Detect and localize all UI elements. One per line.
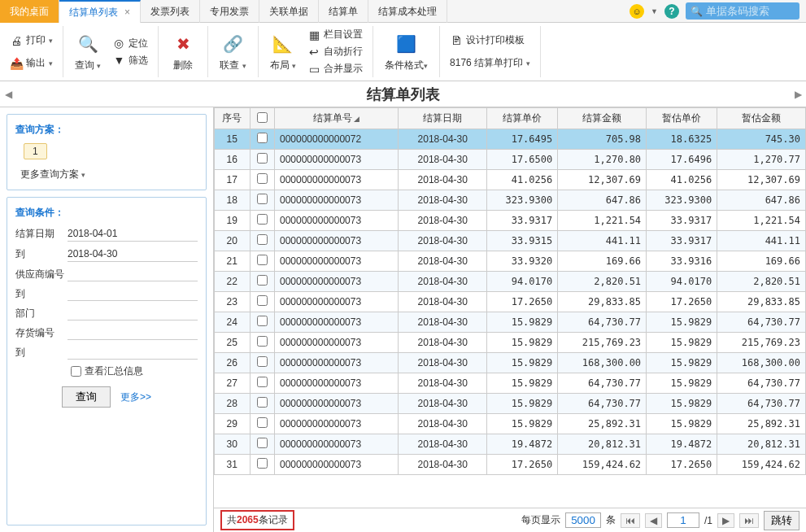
cell-checkbox[interactable] bbox=[250, 353, 274, 373]
row-checkbox[interactable] bbox=[257, 173, 268, 184]
row-checkbox[interactable] bbox=[257, 234, 268, 245]
table-row[interactable]: 290000000000000732018-04-3015.982925,892… bbox=[215, 414, 806, 434]
search-input[interactable] bbox=[706, 5, 795, 17]
table-row[interactable]: 250000000000000732018-04-3015.9829215,76… bbox=[215, 333, 806, 353]
page-input[interactable] bbox=[667, 512, 699, 528]
print-8176-button[interactable]: 8176 结算单打印▾ bbox=[447, 55, 534, 72]
row-checkbox[interactable] bbox=[257, 336, 268, 347]
row-checkbox[interactable] bbox=[257, 417, 268, 428]
prev-page-button[interactable]: ◀ bbox=[645, 513, 662, 528]
row-checkbox[interactable] bbox=[257, 153, 268, 164]
cell-checkbox[interactable] bbox=[250, 129, 274, 150]
tab-settlement-list[interactable]: 结算单列表× bbox=[59, 0, 141, 23]
search-box[interactable]: 🔍 bbox=[686, 2, 799, 20]
query-submit-button[interactable]: 查询 bbox=[62, 386, 111, 408]
table-row[interactable]: 160000000000000732018-04-3017.65001,270.… bbox=[215, 150, 806, 170]
row-checkbox[interactable] bbox=[257, 458, 268, 469]
cell-checkbox[interactable] bbox=[250, 434, 274, 455]
cell-checkbox[interactable] bbox=[250, 414, 274, 434]
row-checkbox[interactable] bbox=[257, 356, 268, 367]
col-docno[interactable]: 结算单号◢ bbox=[275, 108, 399, 129]
jump-button[interactable]: 跳转 bbox=[764, 511, 799, 530]
delete-button[interactable]: ✖删除 bbox=[165, 28, 201, 76]
cond-format-button[interactable]: 🟦条件格式▾ bbox=[380, 28, 433, 76]
row-checkbox[interactable] bbox=[257, 194, 268, 204]
table-row[interactable]: 240000000000000732018-04-3015.982964,730… bbox=[215, 312, 806, 333]
table-row[interactable]: 210000000000000732018-04-3033.9320169.66… bbox=[215, 251, 806, 272]
design-template-button[interactable]: 🖹设计打印模板 bbox=[447, 32, 528, 49]
link-button[interactable]: 🔗联查 ▾ bbox=[215, 28, 251, 76]
stock-from-input[interactable] bbox=[68, 325, 198, 340]
tab-cost-process[interactable]: 结算成本处理 bbox=[368, 0, 447, 23]
cell-checkbox[interactable] bbox=[250, 333, 274, 353]
export-button[interactable]: 📤输出▾ bbox=[7, 55, 56, 72]
col-unitprice[interactable]: 结算单价 bbox=[487, 108, 558, 129]
table-row[interactable]: 200000000000000732018-04-3033.9315441.11… bbox=[215, 231, 806, 251]
date-to-input[interactable]: 2018-04-30 bbox=[68, 246, 198, 262]
stock-to-input[interactable] bbox=[68, 345, 198, 360]
last-page-button[interactable]: ⏭ bbox=[739, 513, 759, 528]
table-row[interactable]: 270000000000000732018-04-3015.982964,730… bbox=[215, 373, 806, 394]
cell-checkbox[interactable] bbox=[250, 170, 274, 190]
user-icon[interactable]: ☺ bbox=[630, 4, 644, 19]
filter-button[interactable]: ▼筛选 bbox=[109, 52, 151, 69]
row-checkbox[interactable] bbox=[257, 377, 268, 387]
supplier-from-input[interactable] bbox=[68, 267, 198, 281]
merge-display-button[interactable]: ▭合并显示 bbox=[304, 60, 366, 77]
tab-home[interactable]: 我的桌面 bbox=[0, 0, 59, 23]
layout-button[interactable]: 📐布局 ▾ bbox=[265, 28, 301, 76]
column-settings-button[interactable]: ▦栏目设置 bbox=[304, 26, 366, 43]
supplier-to-input[interactable] bbox=[68, 286, 198, 301]
cell-checkbox[interactable] bbox=[250, 231, 274, 251]
query-button[interactable]: 🔍查询 ▾ bbox=[70, 28, 106, 76]
row-checkbox[interactable] bbox=[257, 275, 268, 286]
select-all-checkbox[interactable] bbox=[257, 112, 268, 123]
chevron-down-icon[interactable]: ▼ bbox=[651, 7, 658, 15]
table-row[interactable]: 230000000000000732018-04-3017.265029,833… bbox=[215, 292, 806, 312]
next-page-button[interactable]: ▶ bbox=[717, 513, 734, 528]
row-checkbox[interactable] bbox=[257, 133, 268, 143]
cell-checkbox[interactable] bbox=[250, 251, 274, 272]
row-checkbox[interactable] bbox=[257, 255, 268, 265]
tab-related-docs[interactable]: 关联单据 bbox=[259, 0, 319, 23]
row-checkbox[interactable] bbox=[257, 438, 268, 448]
date-from-input[interactable]: 2018-04-01 bbox=[68, 226, 198, 242]
table-row[interactable]: 190000000000000732018-04-3033.93171,221.… bbox=[215, 211, 806, 231]
cell-checkbox[interactable] bbox=[250, 455, 274, 475]
first-page-button[interactable]: ⏮ bbox=[621, 513, 640, 528]
close-icon[interactable]: × bbox=[124, 2, 130, 23]
table-row[interactable]: 180000000000000732018-04-30323.9300647.8… bbox=[215, 190, 806, 211]
cell-checkbox[interactable] bbox=[250, 373, 274, 394]
col-date[interactable]: 结算日期 bbox=[399, 108, 487, 129]
table-row[interactable]: 220000000000000732018-04-3094.01702,820.… bbox=[215, 272, 806, 292]
row-checkbox[interactable] bbox=[257, 295, 268, 306]
col-seq[interactable]: 序号 bbox=[215, 108, 251, 129]
cell-checkbox[interactable] bbox=[250, 150, 274, 170]
table-row[interactable]: 300000000000000732018-04-3019.487220,812… bbox=[215, 434, 806, 455]
cell-checkbox[interactable] bbox=[250, 292, 274, 312]
tab-settlement[interactable]: 结算单 bbox=[319, 0, 368, 23]
data-grid[interactable]: 序号 结算单号◢ 结算日期 结算单价 结算金额 暂估单价 暂估金额 150000… bbox=[214, 107, 806, 508]
table-row[interactable]: 260000000000000732018-04-3015.9829168,30… bbox=[215, 353, 806, 373]
more-cond-button[interactable]: 更多>> bbox=[120, 390, 151, 404]
prev-arrow[interactable]: ◀ bbox=[0, 89, 16, 100]
col-estprice[interactable]: 暂估单价 bbox=[647, 108, 717, 129]
help-icon[interactable]: ? bbox=[664, 4, 679, 19]
scheme-1-button[interactable]: 1 bbox=[24, 143, 47, 159]
row-checkbox[interactable] bbox=[257, 214, 268, 225]
cell-checkbox[interactable] bbox=[250, 272, 274, 292]
cell-checkbox[interactable] bbox=[250, 211, 274, 231]
auto-wrap-button[interactable]: ↩自动折行 bbox=[304, 43, 366, 60]
table-row[interactable]: 150000000000000722018-04-3017.6495705.98… bbox=[215, 129, 806, 150]
col-checkbox[interactable] bbox=[250, 108, 274, 129]
more-scheme-button[interactable]: 更多查询方案 ▾ bbox=[20, 168, 198, 181]
tab-invoice-list[interactable]: 发票列表 bbox=[141, 0, 200, 23]
col-estamount[interactable]: 暂估金额 bbox=[717, 108, 806, 129]
page-size-input[interactable] bbox=[565, 512, 601, 528]
locate-button[interactable]: ◎定位 bbox=[109, 35, 151, 52]
dept-input[interactable] bbox=[68, 306, 198, 321]
table-row[interactable]: 170000000000000732018-04-3041.025612,307… bbox=[215, 170, 806, 190]
row-checkbox[interactable] bbox=[257, 397, 268, 408]
row-checkbox[interactable] bbox=[257, 316, 268, 326]
col-amount[interactable]: 结算金额 bbox=[558, 108, 647, 129]
